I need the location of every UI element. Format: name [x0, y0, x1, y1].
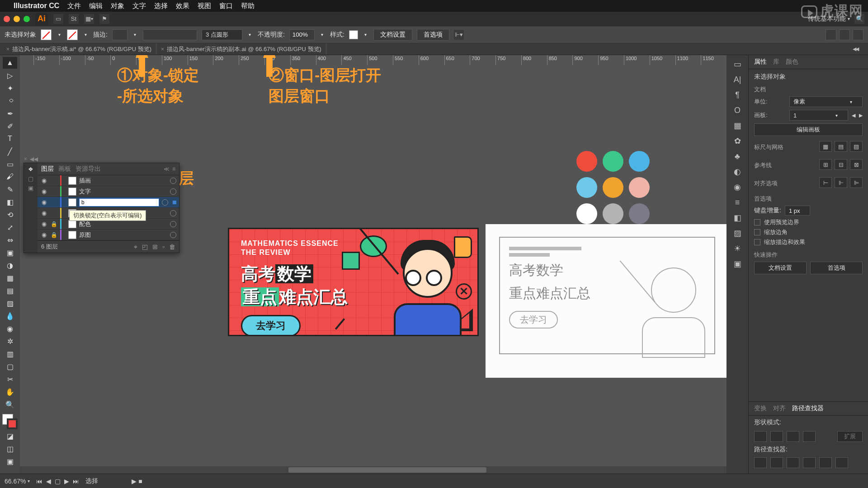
menu-view[interactable]: 视图: [198, 2, 211, 10]
layer-row[interactable]: ◉: [38, 197, 179, 208]
transform-panel-icon-2[interactable]: [839, 29, 850, 40]
app-name[interactable]: Illustrator CC: [14, 2, 59, 10]
zoom-dropdown[interactable]: 66.67% ▾: [5, 478, 30, 485]
gradient-icon[interactable]: ◧: [731, 211, 744, 224]
menu-object[interactable]: 对象: [111, 2, 124, 10]
stroke-weight-stepper[interactable]: ▾: [132, 32, 138, 38]
visibility-toggle-icon[interactable]: ◉: [40, 188, 47, 195]
workspace-switcher[interactable]: 传统基本功能 ▾: [808, 15, 850, 23]
create-layer-icon[interactable]: ▫: [162, 243, 165, 251]
collapse-panels-icon[interactable]: ◀◀: [853, 46, 866, 52]
minus-back-icon[interactable]: [835, 457, 848, 468]
color-icon[interactable]: ◐: [731, 165, 744, 178]
checkbox-preview-bounds[interactable]: 使用预览边界: [754, 218, 863, 226]
panel-close-icon[interactable]: ×: [24, 156, 27, 162]
menu-file[interactable]: 文件: [67, 2, 81, 10]
merge-icon[interactable]: [787, 457, 799, 468]
layer-row[interactable]: ◉ 🔒 › 原图: [38, 230, 179, 240]
tab-properties[interactable]: 属性: [754, 58, 767, 66]
unite-icon[interactable]: [754, 431, 767, 442]
shaper-tool-icon[interactable]: ✎: [3, 183, 17, 195]
quick-prefs-button[interactable]: 首选项: [810, 262, 863, 274]
line-tool-icon[interactable]: ╱: [3, 145, 17, 157]
checkbox-scale-strokes[interactable]: 缩放描边和效果: [754, 238, 863, 246]
visibility-toggle-icon[interactable]: ◉: [40, 177, 47, 184]
tab-color[interactable]: 颜色: [786, 58, 798, 66]
snap-grid-icon[interactable]: ⊫: [850, 177, 863, 188]
eyedropper-tool-icon[interactable]: 💧: [3, 310, 17, 322]
close-tab-icon[interactable]: ×: [6, 46, 9, 52]
color-guide-icon[interactable]: ◉: [731, 181, 744, 193]
outline-icon[interactable]: [819, 457, 832, 468]
layers-tab[interactable]: 图层: [41, 165, 54, 173]
close-window-icon[interactable]: [4, 16, 10, 22]
curvature-tool-icon[interactable]: ✐: [3, 120, 17, 132]
paintbrush-tool-icon[interactable]: 🖌: [3, 171, 17, 183]
selection-tool-icon[interactable]: ▲: [3, 57, 17, 69]
snap-point-icon[interactable]: ⊢: [819, 177, 832, 188]
gradient-tool-icon[interactable]: ▨: [3, 297, 17, 309]
menu-effect[interactable]: 效果: [176, 2, 189, 10]
smart-guide-icon[interactable]: ⊠: [850, 159, 863, 170]
menu-help[interactable]: 帮助: [241, 2, 255, 10]
menu-edit[interactable]: 编辑: [89, 2, 103, 10]
blend-tool-icon[interactable]: ◉: [3, 323, 17, 334]
artboards-tab[interactable]: 画板: [58, 165, 71, 173]
artboard-prev-icon[interactable]: ◀: [852, 113, 855, 118]
crop-icon[interactable]: [803, 457, 816, 468]
horizontal-scrollbar[interactable]: [20, 466, 726, 474]
hand-tool-icon[interactable]: ✋: [3, 386, 17, 398]
ruler-icon[interactable]: ▦: [819, 141, 832, 152]
layer-name-input[interactable]: [79, 198, 159, 206]
lock-toggle-icon[interactable]: 🔒: [50, 232, 57, 238]
unit-select[interactable]: 像素 ▾: [789, 96, 863, 107]
properties-icon[interactable]: ▭: [731, 58, 744, 70]
checkbox-scale-corners[interactable]: 缩放边角: [754, 228, 863, 236]
trim-icon[interactable]: [770, 457, 783, 468]
transparency-grid-icon[interactable]: ▨: [850, 141, 863, 152]
tab-libraries[interactable]: 库: [773, 58, 779, 66]
type-tool-icon[interactable]: T: [3, 133, 17, 145]
color-mode-icon[interactable]: ◪: [3, 430, 17, 442]
visibility-toggle-icon[interactable]: ◉: [40, 221, 47, 227]
target-icon[interactable]: [170, 210, 176, 216]
minimize-window-icon[interactable]: [14, 16, 20, 22]
artboard-next-icon[interactable]: ▶: [859, 113, 863, 118]
playback-controls[interactable]: ▶ ■: [132, 478, 142, 485]
transparency-icon[interactable]: ▨: [731, 227, 744, 239]
opacity-input[interactable]: [289, 29, 315, 40]
draw-mode-icon[interactable]: ◫: [3, 443, 17, 455]
preferences-button[interactable]: 首选项: [417, 29, 449, 41]
menu-select[interactable]: 选择: [154, 2, 168, 10]
keyboard-increment-input[interactable]: [785, 206, 810, 216]
eraser-tool-icon[interactable]: ◧: [3, 196, 17, 208]
target-icon[interactable]: [162, 199, 168, 206]
magic-wand-tool-icon[interactable]: ✦: [3, 82, 17, 94]
artboard-tool-icon[interactable]: ▢: [3, 361, 17, 372]
screen-mode-icon[interactable]: ▣: [3, 455, 17, 467]
bridge-icon[interactable]: ▭: [53, 14, 63, 24]
menu-type[interactable]: 文字: [132, 2, 146, 10]
snap-pixel-icon[interactable]: ⊩: [835, 177, 847, 188]
stroke-swatch[interactable]: [67, 29, 78, 40]
layer-row[interactable]: ◉ 文字: [38, 186, 179, 197]
artboard-nav[interactable]: ⏮◀▢▶⏭: [36, 478, 79, 485]
lock-toggle-icon[interactable]: 🔒: [50, 221, 57, 227]
minus-front-icon[interactable]: [770, 431, 783, 442]
lasso-tool-icon[interactable]: ဝ: [3, 95, 17, 107]
brush-profile[interactable]: 3 点圆形: [202, 29, 242, 40]
expand-button[interactable]: 扩展: [837, 431, 863, 442]
mesh-tool-icon[interactable]: ▤: [3, 285, 17, 296]
target-icon[interactable]: [170, 232, 176, 238]
guide-lock-icon[interactable]: ⊟: [835, 159, 847, 170]
scale-tool-icon[interactable]: ⤢: [3, 221, 17, 233]
delete-layer-icon[interactable]: 🗑: [169, 243, 175, 251]
document-tab[interactable]: × 描边风-banner演示稿的副本.ai @ 66.67% (RGB/GPU …: [156, 43, 326, 55]
width-tool-icon[interactable]: ⇔: [3, 234, 17, 246]
artboards-icon[interactable]: ▢: [28, 175, 33, 182]
rotate-tool-icon[interactable]: ⟲: [3, 209, 17, 221]
perspective-grid-tool-icon[interactable]: ▦: [3, 272, 17, 284]
transform-panel-icon-3[interactable]: [853, 29, 863, 40]
panel-menu-icon[interactable]: ≡: [172, 166, 175, 172]
tab-align[interactable]: 对齐: [773, 404, 786, 413]
